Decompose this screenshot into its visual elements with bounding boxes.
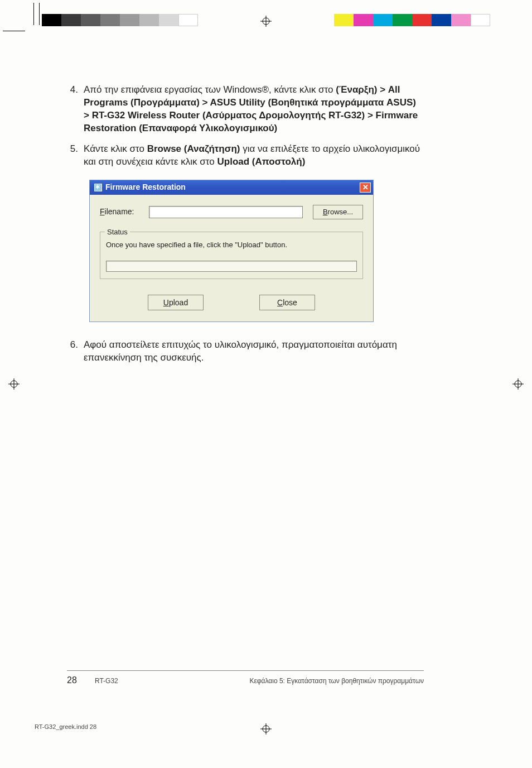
step-bold: Browse (Αναζήτηση) bbox=[147, 143, 240, 154]
progress-bar bbox=[106, 261, 357, 272]
page-footer: 28 RT-G32 Κεφάλαιο 5: Εγκατάσταση των βο… bbox=[67, 670, 424, 685]
dialog-title: Firmware Restoration bbox=[105, 182, 186, 193]
status-group: Status Once you have specified a file, c… bbox=[100, 232, 363, 280]
registration-mark-icon bbox=[512, 378, 524, 390]
step-text: Αφού αποστείλετε επιτυχώς το υλικολογισμ… bbox=[84, 339, 424, 364]
step-4: 4. Από την επιφάνεια εργασίας των Window… bbox=[67, 84, 424, 135]
color-registration-bar bbox=[334, 14, 490, 26]
close-button[interactable]: ✕ bbox=[360, 183, 371, 193]
grayscale-registration-bar bbox=[42, 14, 198, 26]
step-number: 5. bbox=[67, 143, 84, 169]
page-number: 28 bbox=[67, 675, 95, 685]
filename-label: Filename: bbox=[100, 207, 139, 217]
status-text: Once you have specified a file, click th… bbox=[106, 240, 357, 250]
registration-mark-icon bbox=[260, 16, 272, 27]
dialog-titlebar: Firmware Restoration ✕ bbox=[90, 180, 373, 195]
firmware-restoration-dialog: Firmware Restoration ✕ Filename: Browse.… bbox=[89, 180, 374, 323]
upload-button[interactable]: Upload bbox=[148, 295, 204, 310]
registration-mark-icon bbox=[260, 723, 272, 735]
step-number: 4. bbox=[67, 84, 84, 135]
footer-model: RT-G32 bbox=[95, 677, 184, 685]
step-number: 6. bbox=[67, 339, 84, 364]
browse-button[interactable]: Browse... bbox=[313, 205, 363, 219]
app-icon bbox=[94, 184, 102, 191]
step-text: Κάντε κλικ στο bbox=[84, 143, 147, 154]
close-icon: ✕ bbox=[362, 183, 369, 193]
indesign-slug: RT-G32_greek.indd 28 bbox=[35, 723, 96, 730]
step-text: Από την επιφάνεια εργασίας των Windows®,… bbox=[84, 84, 336, 95]
step-5: 5. Κάντε κλικ στο Browse (Αναζήτηση) για… bbox=[67, 143, 424, 169]
step-bold: Upload (Αποστολή) bbox=[217, 156, 306, 167]
close-button-dialog[interactable]: Close bbox=[259, 295, 315, 310]
filename-input[interactable] bbox=[149, 206, 303, 218]
footer-chapter: Κεφάλαιο 5: Εγκατάσταση των βοηθητικών π… bbox=[184, 677, 424, 685]
status-legend: Status bbox=[105, 227, 130, 237]
step-6: 6. Αφού αποστείλετε επιτυχώς το υλικολογ… bbox=[67, 339, 424, 364]
registration-mark-icon bbox=[8, 378, 20, 390]
